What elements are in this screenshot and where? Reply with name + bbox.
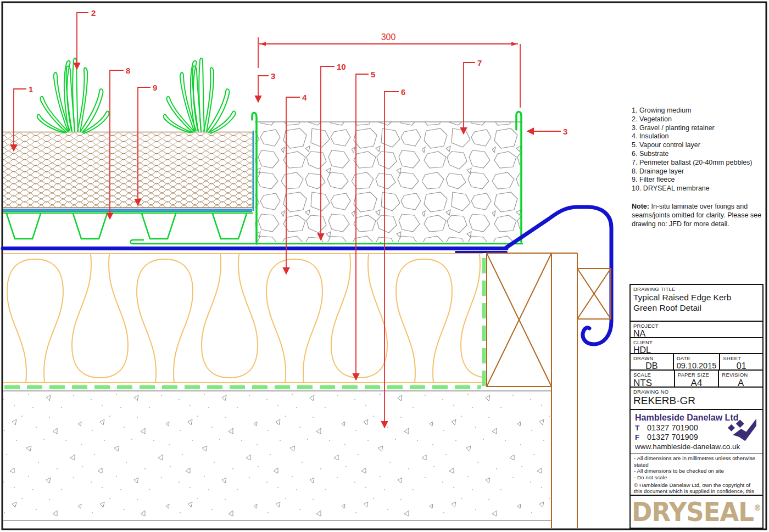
tel-label: T [635, 424, 645, 432]
legend-list: 1. Growing medium 2. Vegetation 3. Grave… [632, 107, 766, 193]
dimension-300: 300 [258, 32, 520, 108]
dryseal-wordmark: DRYSEAL® [632, 496, 761, 527]
note-paragraph: Note: In-situ laminate over fixings and … [632, 202, 765, 228]
registered-trademark-symbol: ® [754, 502, 761, 512]
paper-size-label: PAPER SIZE [675, 371, 718, 378]
perimeter-ballast-gravel [255, 122, 522, 242]
title-block: DRAWING TITLE Typical Raised Edge Kerb G… [629, 284, 764, 410]
callout-label-3b: 3 [563, 127, 567, 136]
drawing-sheet: 300 2 8 1 9 3 4 10 5 6 7 [0, 0, 769, 532]
plant-right [164, 58, 236, 133]
callout-label-4: 4 [302, 93, 307, 102]
date-label: DATE [674, 354, 720, 361]
substrate-concrete [3, 391, 552, 520]
legend-item: 8. Drainage layer [632, 167, 766, 176]
scale-label: SCALE [631, 371, 674, 378]
dryseal-logo-box: DRYSEAL® [629, 495, 764, 529]
callout-label-7: 7 [477, 58, 482, 68]
legend-item: 5. Vapour control layer [632, 141, 766, 150]
drawn-value: DB [631, 361, 673, 371]
legend-item: 9. Filter fleece [632, 176, 766, 184]
company-block: Hambleside Danelaw Ltd T 01327 701900 F … [629, 409, 764, 496]
legend-item: 1. Growing medium [632, 107, 766, 115]
scale-value: NTS [631, 378, 674, 389]
disclaimer-line: - All dimensions to be checked on site [634, 468, 759, 474]
drawing-title-line2: Green Roof Detail [633, 303, 760, 313]
legend-item: 2. Vegetation [632, 115, 766, 124]
date-value: 09.10.2015 [674, 361, 720, 370]
hambleside-danelaw-logo-icon [725, 415, 759, 443]
drawing-no-label: DRAWING NO [631, 388, 762, 395]
callout-label-1: 1 [29, 85, 33, 94]
drawing-title-label: DRAWING TITLE [631, 285, 762, 292]
callout-label-6: 6 [401, 87, 405, 97]
callout-label-3: 3 [271, 71, 275, 81]
legend-item: 7. Perimeter ballast (20-40mm pebbles) [632, 159, 766, 167]
client-label: CLIENT [631, 338, 762, 345]
growing-medium [3, 132, 254, 208]
disclaimer-line: - All dimensions are in millimetres unle… [634, 455, 759, 468]
project-value: NA [631, 329, 762, 339]
disclaimer-notes: - All dimensions are in millimetres unle… [631, 453, 762, 481]
legend-item: 4. Insulation [632, 132, 766, 141]
note-text: In-situ laminate over fixings and seams/… [632, 203, 761, 228]
callout-label-2: 2 [91, 8, 96, 18]
fax-label: F [635, 433, 645, 441]
callout-label-5: 5 [371, 70, 375, 79]
legend-item: 10. DRYSEAL membrane [632, 184, 766, 193]
callout-label-10: 10 [337, 62, 346, 71]
drawn-label: DRAWN [631, 354, 673, 361]
note-label: Note: [632, 203, 649, 210]
sheet-value: 01 [720, 361, 762, 371]
drawing-title-line1: Typical Raised Edge Kerb [633, 292, 760, 303]
legend-item: 6. Substrate [632, 150, 766, 159]
revision-label: REVISION [719, 371, 762, 378]
tel-number: 01327 701900 [647, 423, 698, 432]
project-label: PROJECT [631, 322, 762, 329]
copyright-symbol: © [634, 482, 638, 488]
callout-label-8: 8 [126, 66, 130, 75]
sheet-label: SHEET [720, 354, 762, 361]
plant-left [37, 58, 109, 133]
revision-value: A [719, 378, 762, 389]
drawing-no-value: REKERB-GR [631, 395, 762, 407]
paper-size-value: A4 [675, 378, 718, 389]
legend-item: 3. Gravel / planting retainer [632, 124, 766, 133]
fax-number: 01327 701909 [647, 433, 698, 441]
dimension-label: 300 [381, 32, 396, 42]
disclaimer-line: - Do not scale [634, 474, 759, 481]
insulation-layer [3, 254, 483, 383]
callout-label-9: 9 [153, 83, 157, 92]
